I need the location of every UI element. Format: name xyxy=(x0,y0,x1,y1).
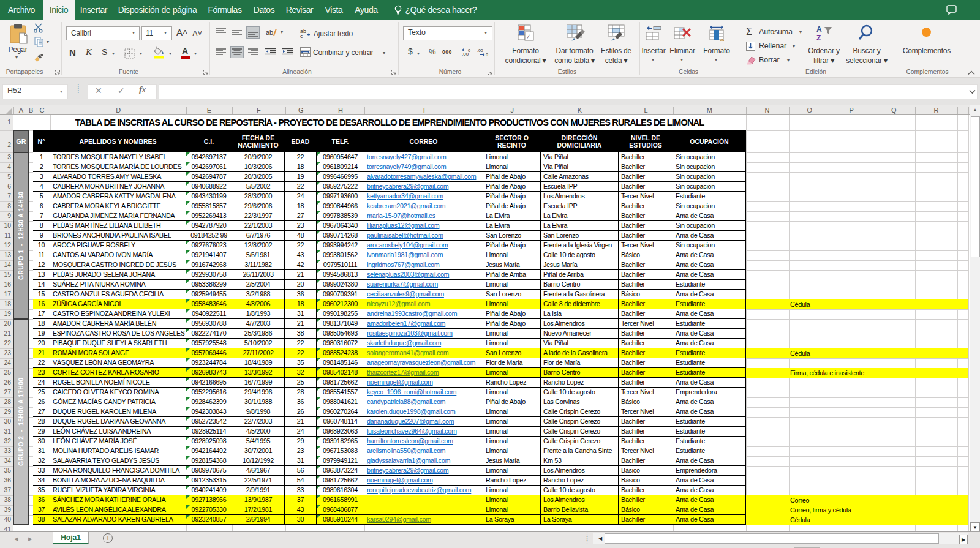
svg-text:A: A xyxy=(816,25,822,34)
svg-text:≠: ≠ xyxy=(527,33,530,40)
svg-text:0: 0 xyxy=(468,48,470,53)
svg-text:c: c xyxy=(300,33,303,38)
svg-text:Z: Z xyxy=(816,34,821,42)
svg-text:ab: ab xyxy=(266,29,273,36)
svg-text:.00: .00 xyxy=(477,48,483,53)
svg-text:0: 0 xyxy=(486,53,488,57)
